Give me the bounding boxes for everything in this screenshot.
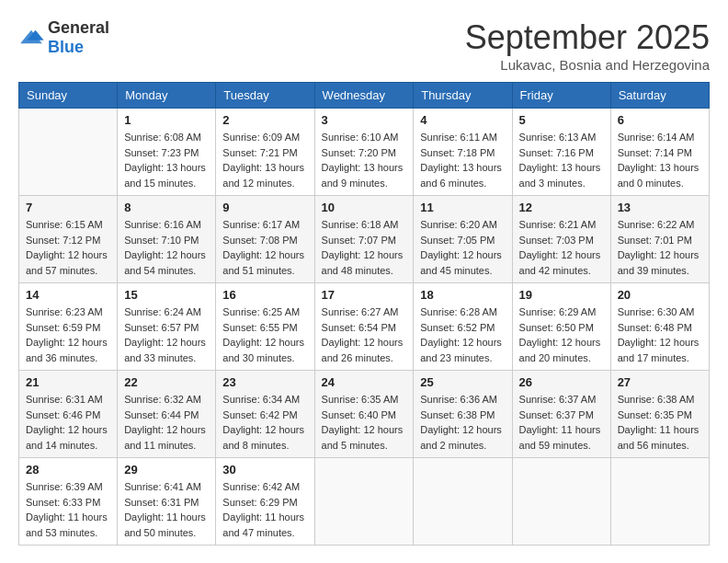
day-number: 24 [322,375,407,389]
day-info: Sunrise: 6:25 AMSunset: 6:55 PMDaylight:… [222,304,307,365]
day-number: 19 [519,288,604,302]
month-year: September 2025 [465,18,710,57]
day-number: 23 [222,375,307,389]
calendar-week-3: 14Sunrise: 6:23 AMSunset: 6:59 PMDayligh… [19,283,710,371]
day-number: 22 [124,375,209,389]
calendar-cell: 15Sunrise: 6:24 AMSunset: 6:57 PMDayligh… [118,283,216,371]
weekday-thursday: Thursday [414,83,512,109]
calendar-cell: 5Sunrise: 6:13 AMSunset: 7:16 PMDaylight… [512,109,610,196]
day-number: 13 [618,201,702,214]
calendar-cell: 20Sunrise: 6:30 AMSunset: 6:48 PMDayligh… [610,283,709,371]
day-number: 16 [222,288,307,302]
day-info: Sunrise: 6:35 AMSunset: 6:40 PMDaylight:… [322,392,407,453]
day-number: 25 [420,375,505,389]
calendar-cell [610,458,709,546]
weekday-sunday: Sunday [19,83,118,109]
day-info: Sunrise: 6:18 AMSunset: 7:07 PMDaylight:… [322,217,407,278]
calendar-cell: 1Sunrise: 6:08 AMSunset: 7:23 PMDaylight… [118,109,216,196]
day-number: 14 [26,288,110,302]
day-info: Sunrise: 6:38 AMSunset: 6:35 PMDaylight:… [618,392,702,453]
day-number: 6 [618,113,702,127]
weekday-header-row: SundayMondayTuesdayWednesdayThursdayFrid… [19,83,710,109]
day-number: 28 [26,463,110,477]
calendar-cell: 24Sunrise: 6:35 AMSunset: 6:40 PMDayligh… [314,371,414,458]
day-number: 18 [420,288,505,302]
day-info: Sunrise: 6:39 AMSunset: 6:33 PMDaylight:… [26,479,110,540]
day-info: Sunrise: 6:11 AMSunset: 7:18 PMDaylight:… [420,130,505,190]
title-block: September 2025 Lukavac, Bosnia and Herze… [465,18,710,73]
day-info: Sunrise: 6:36 AMSunset: 6:38 PMDaylight:… [420,392,505,453]
logo-icon [18,29,44,47]
day-info: Sunrise: 6:22 AMSunset: 7:01 PMDaylight:… [618,217,702,278]
day-number: 15 [124,288,209,302]
day-number: 7 [26,201,110,214]
day-info: Sunrise: 6:37 AMSunset: 6:37 PMDaylight:… [519,392,604,453]
calendar-cell: 18Sunrise: 6:28 AMSunset: 6:52 PMDayligh… [414,283,512,371]
day-number: 29 [124,463,209,477]
day-number: 27 [618,375,702,389]
day-number: 2 [222,113,307,127]
day-info: Sunrise: 6:13 AMSunset: 7:16 PMDaylight:… [519,130,604,190]
calendar-cell: 8Sunrise: 6:16 AMSunset: 7:10 PMDaylight… [118,196,216,283]
calendar-cell: 29Sunrise: 6:41 AMSunset: 6:31 PMDayligh… [118,458,216,546]
calendar-cell: 17Sunrise: 6:27 AMSunset: 6:54 PMDayligh… [314,283,414,371]
day-info: Sunrise: 6:31 AMSunset: 6:46 PMDaylight:… [26,392,110,453]
day-info: Sunrise: 6:08 AMSunset: 7:23 PMDaylight:… [124,130,209,190]
day-number: 26 [519,375,604,389]
calendar-cell: 7Sunrise: 6:15 AMSunset: 7:12 PMDaylight… [19,196,118,283]
day-info: Sunrise: 6:41 AMSunset: 6:31 PMDaylight:… [124,479,209,540]
calendar-cell: 4Sunrise: 6:11 AMSunset: 7:18 PMDaylight… [414,109,512,196]
day-number: 17 [322,288,407,302]
day-info: Sunrise: 6:24 AMSunset: 6:57 PMDaylight:… [124,304,209,365]
day-info: Sunrise: 6:29 AMSunset: 6:50 PMDaylight:… [519,304,604,365]
day-info: Sunrise: 6:27 AMSunset: 6:54 PMDaylight:… [322,304,407,365]
calendar-cell: 27Sunrise: 6:38 AMSunset: 6:35 PMDayligh… [610,371,709,458]
calendar-cell: 11Sunrise: 6:20 AMSunset: 7:05 PMDayligh… [414,196,512,283]
day-number: 4 [420,113,505,127]
calendar-week-2: 7Sunrise: 6:15 AMSunset: 7:12 PMDaylight… [19,196,710,283]
day-info: Sunrise: 6:17 AMSunset: 7:08 PMDaylight:… [222,217,307,278]
calendar-cell: 26Sunrise: 6:37 AMSunset: 6:37 PMDayligh… [512,371,610,458]
calendar-cell: 22Sunrise: 6:32 AMSunset: 6:44 PMDayligh… [118,371,216,458]
day-info: Sunrise: 6:09 AMSunset: 7:21 PMDaylight:… [222,130,307,190]
weekday-tuesday: Tuesday [216,83,314,109]
calendar-week-5: 28Sunrise: 6:39 AMSunset: 6:33 PMDayligh… [19,458,710,546]
day-number: 1 [124,113,209,127]
day-number: 21 [26,375,110,389]
day-info: Sunrise: 6:14 AMSunset: 7:14 PMDaylight:… [618,130,702,190]
day-number: 20 [618,288,702,302]
calendar-cell: 6Sunrise: 6:14 AMSunset: 7:14 PMDaylight… [610,109,709,196]
calendar-cell [512,458,610,546]
weekday-friday: Friday [512,83,610,109]
calendar-cell: 30Sunrise: 6:42 AMSunset: 6:29 PMDayligh… [216,458,314,546]
day-info: Sunrise: 6:16 AMSunset: 7:10 PMDaylight:… [124,217,209,278]
calendar-cell: 12Sunrise: 6:21 AMSunset: 7:03 PMDayligh… [512,196,610,283]
day-number: 9 [222,201,307,214]
location: Lukavac, Bosnia and Herzegovina [465,57,710,73]
weekday-monday: Monday [118,83,216,109]
day-info: Sunrise: 6:10 AMSunset: 7:20 PMDaylight:… [322,130,407,190]
page-header: General Blue September 2025 Lukavac, Bos… [18,18,710,73]
calendar-cell: 10Sunrise: 6:18 AMSunset: 7:07 PMDayligh… [314,196,414,283]
weekday-wednesday: Wednesday [314,83,414,109]
calendar-table: SundayMondayTuesdayWednesdayThursdayFrid… [18,82,710,546]
day-info: Sunrise: 6:34 AMSunset: 6:42 PMDaylight:… [222,392,307,453]
calendar-cell: 3Sunrise: 6:10 AMSunset: 7:20 PMDaylight… [314,109,414,196]
day-number: 30 [222,463,307,477]
day-number: 8 [124,201,209,214]
calendar-cell: 16Sunrise: 6:25 AMSunset: 6:55 PMDayligh… [216,283,314,371]
day-info: Sunrise: 6:30 AMSunset: 6:48 PMDaylight:… [618,304,702,365]
day-number: 10 [322,201,407,214]
day-info: Sunrise: 6:23 AMSunset: 6:59 PMDaylight:… [26,304,110,365]
calendar-cell: 19Sunrise: 6:29 AMSunset: 6:50 PMDayligh… [512,283,610,371]
day-info: Sunrise: 6:28 AMSunset: 6:52 PMDaylight:… [420,304,505,365]
calendar-cell [414,458,512,546]
day-info: Sunrise: 6:42 AMSunset: 6:29 PMDaylight:… [222,479,307,540]
logo-text: General Blue [48,18,109,57]
logo-general: General [48,18,109,37]
day-info: Sunrise: 6:21 AMSunset: 7:03 PMDaylight:… [519,217,604,278]
day-info: Sunrise: 6:32 AMSunset: 6:44 PMDaylight:… [124,392,209,453]
calendar-cell: 21Sunrise: 6:31 AMSunset: 6:46 PMDayligh… [19,371,118,458]
weekday-saturday: Saturday [610,83,709,109]
day-info: Sunrise: 6:15 AMSunset: 7:12 PMDaylight:… [26,217,110,278]
